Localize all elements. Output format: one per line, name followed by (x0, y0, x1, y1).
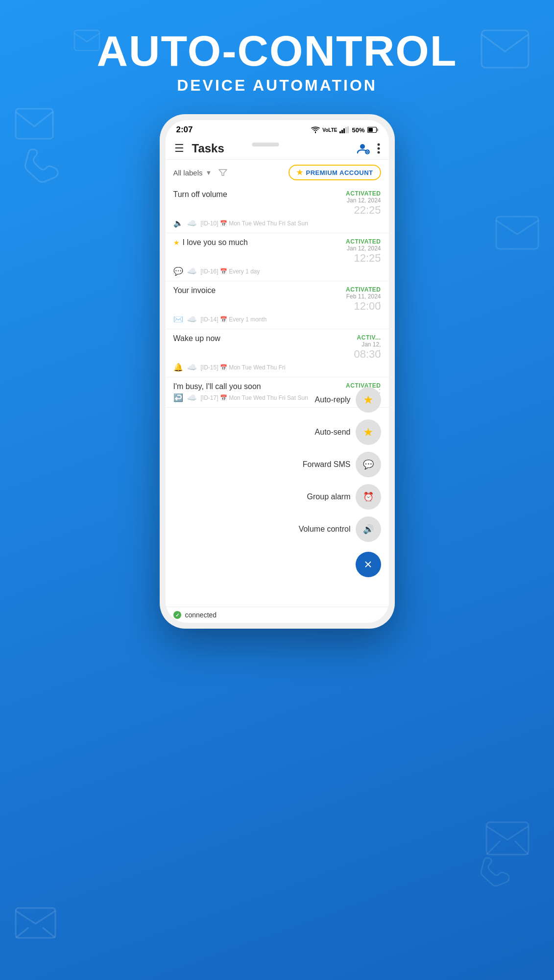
task-item[interactable]: I'm busy, I'll call you soon ACTIVATED ↩… (166, 377, 389, 408)
svg-rect-9 (345, 127, 347, 133)
fab-close-button[interactable]: × (356, 552, 381, 577)
premium-star-icon: ★ (296, 168, 303, 177)
volte-label: VoLTE (322, 127, 337, 133)
fab-close-item[interactable]: × (356, 552, 381, 577)
task-more-icon[interactable]: ⋮ (375, 252, 384, 263)
more-options-icon[interactable] (377, 143, 380, 154)
volume-icon: 🔈 (173, 219, 183, 228)
task-name: Wake up now (173, 334, 220, 343)
task-status: ACTIVATED (346, 286, 381, 293)
svg-point-13 (360, 144, 365, 149)
label-dropdown[interactable]: All labels ▼ (173, 169, 212, 177)
svg-point-15 (377, 144, 380, 146)
fab-forwardsms-label: Forward SMS (303, 460, 351, 469)
svg-rect-5 (16, 908, 55, 938)
alarm-icon: 🔔 (173, 363, 183, 372)
phone-screen: 2:07 VoLTE (166, 120, 389, 623)
task-name: ★ I love you so much (173, 238, 248, 247)
task-item[interactable]: Wake up now ACTIV... Jan 12, 08:30 🔔 ☁️ … (166, 329, 389, 377)
status-icons: VoLTE 50% (311, 126, 378, 134)
premium-label: PREMIUM ACCOUNT (306, 169, 373, 176)
task-more-icon[interactable]: ⋮ (375, 300, 384, 311)
favorite-star-icon: ★ (173, 239, 180, 246)
wifi-icon (311, 126, 320, 133)
fab-item-forwardsms[interactable]: Forward SMS 💬 (303, 452, 381, 477)
connected-indicator: ✓ (173, 611, 181, 619)
svg-point-16 (377, 147, 380, 150)
fab-groupalarm-label: Group alarm (307, 492, 351, 501)
svg-rect-10 (347, 126, 349, 133)
chat-icon: 💬 (173, 267, 183, 276)
fab-forwardsms-icon[interactable]: 💬 (356, 452, 381, 477)
dropdown-arrow: ▼ (206, 169, 212, 176)
phone-device: 2:07 VoLTE (160, 114, 395, 629)
phone-speaker (252, 143, 279, 147)
task-schedule: [ID-16] 📅 Every 1 day (201, 268, 260, 275)
fab-menu: Auto-reply ★ Auto-send ★ F (299, 387, 381, 577)
task-name: Turn off volume (173, 190, 227, 199)
battery-icon (367, 127, 378, 133)
svg-point-17 (377, 151, 380, 154)
svg-rect-7 (341, 130, 343, 133)
all-labels-text: All labels (173, 169, 203, 177)
deco-envelope-bottomleft (15, 907, 56, 941)
signal-icon (339, 126, 349, 133)
app-bar: ☰ Tasks (166, 138, 389, 160)
deco-envelope-bottomright (485, 821, 530, 858)
fab-item-autosend[interactable]: Auto-send ★ (315, 419, 381, 445)
status-bottom-bar: ✓ connected (166, 607, 389, 623)
task-item[interactable]: Your invoice ACTIVATED Feb 11, 2024 12:0… (166, 281, 389, 329)
svg-rect-6 (339, 131, 341, 133)
sub-title: DEVICE AUTOMATION (0, 76, 554, 95)
cloud-icon: ☁️ (187, 267, 197, 276)
task-name: Your invoice (173, 286, 216, 295)
task-name: I'm busy, I'll call you soon (173, 382, 261, 391)
task-date: Jan 12, 2024 (346, 245, 381, 252)
task-more-icon[interactable]: ⋮ (375, 348, 384, 359)
premium-account-button[interactable]: ★ PREMIUM ACCOUNT (289, 165, 381, 180)
task-schedule: [ID-14] 📅 Every 1 month (201, 316, 267, 323)
task-more-icon[interactable]: ⋮ (375, 204, 384, 215)
status-bar: 2:07 VoLTE (166, 120, 389, 138)
svg-rect-8 (343, 128, 345, 133)
filter-icon[interactable] (218, 169, 227, 176)
tasks-list: Turn off volume ACTIVATED Jan 12, 2024 2… (166, 185, 389, 607)
connected-text: connected (185, 611, 217, 619)
fab-volumecontrol-label: Volume control (299, 525, 351, 534)
task-schedule: [ID-10] 📅 Mon Tue Wed Thu Fri Sat Sun (201, 220, 308, 227)
email-icon: ✉️ (173, 315, 183, 324)
task-item[interactable]: ★ I love you so much ACTIVATED Jan 12, 2… (166, 233, 389, 281)
fab-item-volumecontrol[interactable]: Volume control 🔊 (299, 516, 381, 542)
cloud-icon: ☁️ (187, 219, 197, 228)
battery-text: 50% (352, 126, 364, 134)
task-status: ACTIVATED (346, 238, 381, 245)
task-schedule: [ID-17] 📅 Mon Tue Wed Thu Fri Sat Sun (201, 394, 308, 401)
main-title: AUTO-CONTROL (0, 29, 554, 73)
app-bar-actions (357, 142, 380, 155)
task-date: Feb 11, 2024 (346, 293, 381, 300)
deco-phone-bottomright (481, 856, 510, 892)
cloud-icon: ☁️ (187, 393, 197, 402)
cloud-icon: ☁️ (187, 363, 197, 372)
filter-bar: All labels ▼ ★ PREMIUM ACCOUNT (166, 160, 389, 185)
svg-rect-12 (368, 128, 373, 132)
task-item[interactable]: Turn off volume ACTIVATED Jan 12, 2024 2… (166, 185, 389, 233)
task-schedule: [ID-15] 📅 Mon Tue Wed Thu Fri (201, 364, 286, 371)
fab-groupalarm-icon[interactable]: ⏰ (356, 484, 381, 510)
task-more-icon[interactable]: ⋮ (375, 387, 384, 398)
task-status: ACTIV... (354, 334, 381, 341)
phone-mockup-wrapper: 2:07 VoLTE (0, 114, 554, 629)
cloud-icon: ☁️ (187, 315, 197, 324)
task-date: Jan 12, (354, 341, 381, 348)
close-icon: × (364, 558, 372, 571)
fab-autosend-label: Auto-send (315, 428, 351, 437)
fab-item-groupalarm[interactable]: Group alarm ⏰ (307, 484, 381, 510)
fab-volumecontrol-icon[interactable]: 🔊 (356, 516, 381, 542)
fab-overlay: Auto-reply ★ Auto-send ★ F (166, 401, 389, 607)
status-time: 2:07 (176, 125, 193, 135)
task-date: Jan 12, 2024 (346, 197, 381, 204)
svg-rect-4 (486, 822, 529, 855)
user-settings-icon[interactable] (357, 142, 370, 155)
hamburger-menu[interactable]: ☰ (174, 142, 184, 155)
fab-autosend-icon[interactable]: ★ (356, 419, 381, 445)
